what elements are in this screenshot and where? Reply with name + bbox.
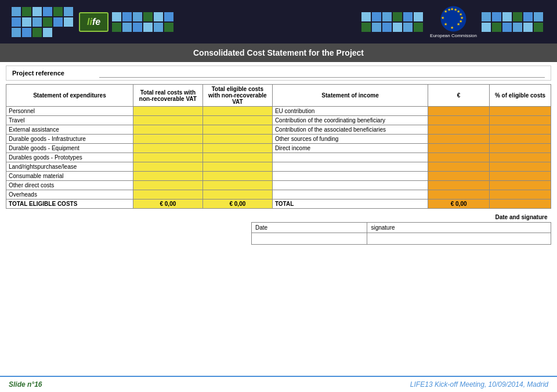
header-expenditures: Statement of expenditures [6, 85, 133, 107]
date-label: Date [252, 223, 367, 233]
header-income: Statement of income [272, 85, 428, 107]
row-euro[interactable] [428, 172, 490, 181]
meeting-info: LIFE13 Kick-off Meeting, 10/09/2014, Mad… [410, 380, 548, 389]
eu-flag-icon: ★ ★ ★ ★ ★ ★ ★ ★ ★ ★ ★ ★ [440, 6, 466, 32]
row-total-real[interactable] [133, 144, 202, 153]
table-row: Overheads [6, 190, 551, 199]
cost-statement-table: Statement of expenditures Total real cos… [6, 84, 551, 209]
row-euro[interactable] [428, 107, 490, 116]
row-total-eligible[interactable] [202, 116, 272, 125]
row-euro[interactable] [428, 125, 490, 135]
total-pct [490, 199, 551, 209]
row-income [272, 190, 428, 199]
date-value[interactable] [252, 233, 367, 245]
row-total-eligible[interactable] [202, 181, 272, 190]
row-expenditure: Personnel [6, 107, 133, 116]
row-expenditure: Durable goods - Equipment [6, 144, 133, 153]
row-total-eligible[interactable] [202, 144, 272, 153]
row-expenditure: Land/rightspurchase/lease [6, 162, 133, 172]
row-expenditure: Durable goods - Infrastructure [6, 135, 133, 144]
header-euro: € [428, 85, 490, 107]
row-euro[interactable] [428, 181, 490, 190]
row-income [272, 153, 428, 162]
life-logo: life [79, 12, 108, 32]
svg-text:★: ★ [459, 19, 462, 23]
row-income [272, 172, 428, 181]
row-total-real[interactable] [133, 181, 202, 190]
row-euro[interactable] [428, 135, 490, 144]
row-total-real[interactable] [133, 162, 202, 172]
svg-text:★: ★ [447, 8, 451, 12]
bottom-bar: Slide n°16 LIFE13 Kick-off Meeting, 10/0… [0, 376, 557, 392]
row-pct[interactable] [490, 135, 551, 144]
row-total-real[interactable] [133, 190, 202, 199]
row-expenditure: Consumable material [6, 172, 133, 181]
date-signature-table: Date and signature Date signature [251, 212, 551, 245]
row-total-real[interactable] [133, 135, 202, 144]
title-bar: Consolidated Cost Statement for the Proj… [0, 43, 557, 62]
row-total-real[interactable] [133, 153, 202, 162]
date-sig-labels-row: Date signature [252, 223, 551, 233]
row-total-real[interactable] [133, 172, 202, 181]
row-pct[interactable] [490, 107, 551, 116]
row-euro[interactable] [428, 116, 490, 125]
footer-section: Date and signature Date signature [6, 212, 551, 245]
total-row: TOTAL ELIGIBLE COSTS € 0,00 € 0,00 TOTAL… [6, 199, 551, 209]
row-pct[interactable] [490, 172, 551, 181]
project-reference-row: Project reference [6, 66, 551, 81]
row-pct[interactable] [490, 190, 551, 199]
page-title: Consolidated Cost Statement for the Proj… [193, 48, 364, 57]
svg-text:★: ★ [444, 22, 447, 26]
row-total-eligible[interactable] [202, 153, 272, 162]
right-tiles [361, 12, 425, 32]
date-sig-values-row [252, 233, 551, 245]
table-row: Durables goods - Prototypes [6, 153, 551, 162]
row-pct[interactable] [490, 125, 551, 135]
table-row: Durable goods - Equipment Direct income [6, 144, 551, 153]
header-total-eligible: Total eligible costs with non-recoverabl… [202, 85, 272, 107]
date-sig-title: Date and signature [252, 212, 551, 223]
row-expenditure: Durables goods - Prototypes [6, 153, 133, 162]
row-pct[interactable] [490, 162, 551, 172]
row-total-eligible[interactable] [202, 190, 272, 199]
date-sig-title-row: Date and signature [252, 212, 551, 223]
row-income: Contribution of the associated beneficia… [272, 125, 428, 135]
row-euro[interactable] [428, 190, 490, 199]
row-total-real[interactable] [133, 107, 202, 116]
total-income-label: TOTAL [272, 199, 428, 209]
row-euro[interactable] [428, 153, 490, 162]
row-total-real[interactable] [133, 125, 202, 135]
row-total-eligible[interactable] [202, 162, 272, 172]
row-total-eligible[interactable] [202, 135, 272, 144]
total-value1: € 0,00 [133, 199, 202, 209]
row-income [272, 181, 428, 190]
row-pct[interactable] [490, 116, 551, 125]
row-total-eligible[interactable] [202, 172, 272, 181]
row-pct[interactable] [490, 181, 551, 190]
row-total-real[interactable] [133, 116, 202, 125]
row-expenditure: External assistance [6, 125, 133, 135]
table-row: Land/rightspurchase/lease [6, 162, 551, 172]
table-row: Consumable material [6, 172, 551, 181]
row-income: Direct income [272, 144, 428, 153]
header-pct: % of eligible costs [490, 85, 551, 107]
row-expenditure: Other direct costs [6, 181, 133, 190]
signature-value[interactable] [367, 233, 551, 245]
total-label: TOTAL ELIGIBLE COSTS [6, 199, 133, 209]
row-total-eligible[interactable] [202, 125, 272, 135]
project-ref-value[interactable] [99, 68, 545, 78]
left-tiles [12, 7, 75, 37]
main-table-wrapper: Statement of expenditures Total real cos… [6, 84, 551, 209]
row-income [272, 162, 428, 172]
table-row: Durable goods - Infrastructure Other sou… [6, 135, 551, 144]
row-total-eligible[interactable] [202, 107, 272, 116]
ec-label: European Commission [430, 33, 477, 38]
row-euro[interactable] [428, 162, 490, 172]
slide-number: Slide n°16 [9, 380, 42, 389]
row-pct[interactable] [490, 144, 551, 153]
total-euro: € 0,00 [428, 199, 490, 209]
row-pct[interactable] [490, 153, 551, 162]
left-tiles-2 [112, 12, 176, 32]
row-euro[interactable] [428, 144, 490, 153]
row-expenditure: Overheads [6, 190, 133, 199]
